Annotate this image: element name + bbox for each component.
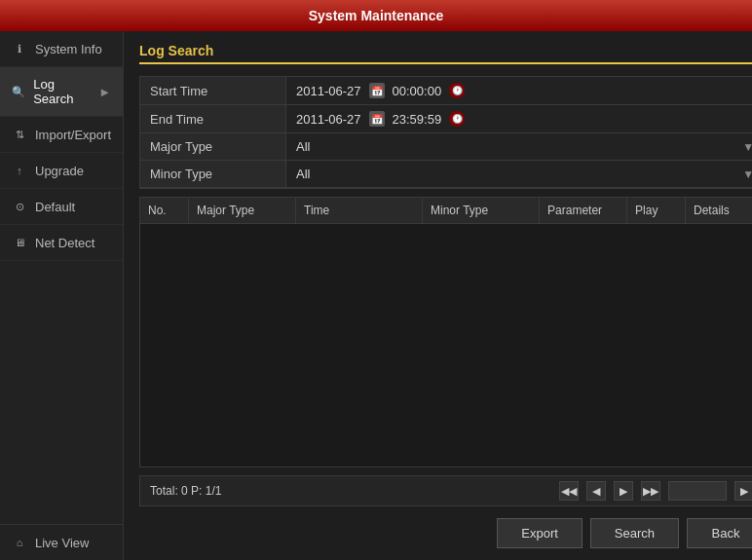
page-title: Log Search — [139, 43, 752, 64]
import-export-icon: ⇅ — [12, 127, 27, 142]
live-view-icon: ⌂ — [12, 535, 27, 550]
next-page-button[interactable]: ▶ — [614, 481, 633, 501]
sidebar-item-log-search[interactable]: 🔍 Log Search ► — [0, 67, 123, 117]
search-button[interactable]: Search — [590, 518, 679, 548]
table-header: No. Major Type Time Minor Type Parameter… — [140, 198, 752, 224]
pagination-info: Total: 0 P: 1/1 — [150, 484, 551, 498]
start-date-calendar-icon[interactable]: 📅 — [369, 83, 385, 98]
col-play: Play — [627, 198, 686, 223]
sidebar-label-import-export: Import/Export — [35, 128, 111, 142]
export-button[interactable]: Export — [497, 518, 583, 548]
end-time: 23:59:59 — [393, 112, 442, 127]
col-details: Details — [686, 198, 752, 223]
sidebar-label-live-view: Live View — [35, 536, 89, 550]
end-date: 2011-06-27 — [296, 112, 361, 127]
pagination-bar: Total: 0 P: 1/1 ◀◀ ◀ ▶ ▶▶ ▶ — [139, 475, 752, 506]
col-no: No. — [140, 198, 189, 223]
end-time-clock-icon[interactable]: 🕐 — [449, 111, 465, 127]
bottom-bar: Export Search Back — [139, 514, 752, 548]
col-parameter: Parameter — [540, 198, 627, 223]
major-type-label: Major Type — [140, 133, 286, 161]
sidebar: ℹ System Info 🔍 Log Search ► ⇅ Import/Ex… — [0, 31, 124, 560]
end-date-calendar-icon[interactable]: 📅 — [369, 111, 385, 127]
col-major-type: Major Type — [189, 198, 296, 223]
first-page-button[interactable]: ◀◀ — [559, 481, 579, 501]
net-detect-icon: 🖥 — [12, 235, 27, 250]
sidebar-item-import-export[interactable]: ⇅ Import/Export — [0, 117, 123, 153]
log-search-icon: 🔍 — [12, 84, 25, 99]
last-page-button[interactable]: ▶▶ — [641, 481, 660, 501]
prev-page-button[interactable]: ◀ — [586, 481, 606, 501]
log-table: No. Major Type Time Minor Type Parameter… — [139, 197, 752, 467]
major-type-dropdown-value: All — [296, 139, 734, 154]
end-time-label: End Time — [140, 105, 286, 133]
end-time-value[interactable]: 2011-06-27 📅 23:59:59 🕐 — [286, 105, 752, 133]
col-minor-type: Minor Type — [423, 198, 540, 223]
minor-type-dropdown-value: All — [296, 167, 734, 181]
major-type-value[interactable]: All ▼ — [286, 133, 752, 161]
title-bar: System Maintenance — [0, 0, 752, 31]
arrow-icon: ► — [98, 85, 111, 99]
system-info-icon: ℹ — [12, 41, 27, 56]
sidebar-item-system-info[interactable]: ℹ System Info — [0, 31, 123, 67]
sidebar-bottom: ⌂ Live View — [0, 524, 123, 560]
start-time-value[interactable]: 2011-06-27 📅 00:00:00 🕐 — [286, 77, 752, 105]
sidebar-label-default: Default — [35, 200, 75, 214]
sidebar-item-default[interactable]: ⊙ Default — [0, 189, 123, 225]
form-grid: Start Time 2011-06-27 📅 00:00:00 🕐 End T… — [139, 76, 752, 189]
content-area: Log Search Start Time 2011-06-27 📅 00:00… — [124, 31, 752, 560]
page-jump-input[interactable] — [668, 481, 727, 501]
minor-type-dropdown-arrow: ▼ — [742, 168, 752, 181]
upgrade-icon: ↑ — [12, 163, 27, 178]
table-body — [140, 224, 752, 467]
sidebar-label-net-detect: Net Detect — [35, 236, 94, 250]
major-type-dropdown-arrow: ▼ — [742, 140, 752, 154]
sidebar-item-live-view[interactable]: ⌂ Live View — [0, 525, 123, 560]
default-icon: ⊙ — [12, 199, 27, 214]
sidebar-item-upgrade[interactable]: ↑ Upgrade — [0, 153, 123, 189]
start-time-label: Start Time — [140, 77, 286, 105]
start-date: 2011-06-27 — [296, 84, 361, 98]
start-time-clock-icon[interactable]: 🕐 — [449, 83, 465, 98]
start-time: 00:00:00 — [393, 84, 442, 98]
back-button[interactable]: Back — [687, 518, 752, 548]
sidebar-label-log-search: Log Search — [33, 77, 91, 106]
minor-type-label: Minor Type — [140, 161, 286, 188]
col-time: Time — [296, 198, 423, 223]
sidebar-label-upgrade: Upgrade — [35, 164, 84, 178]
minor-type-value[interactable]: All ▼ — [286, 161, 752, 188]
go-page-button[interactable]: ▶ — [734, 481, 752, 501]
title-text: System Maintenance — [309, 8, 444, 23]
sidebar-item-net-detect[interactable]: 🖥 Net Detect — [0, 225, 123, 261]
sidebar-label-system-info: System Info — [35, 42, 102, 56]
